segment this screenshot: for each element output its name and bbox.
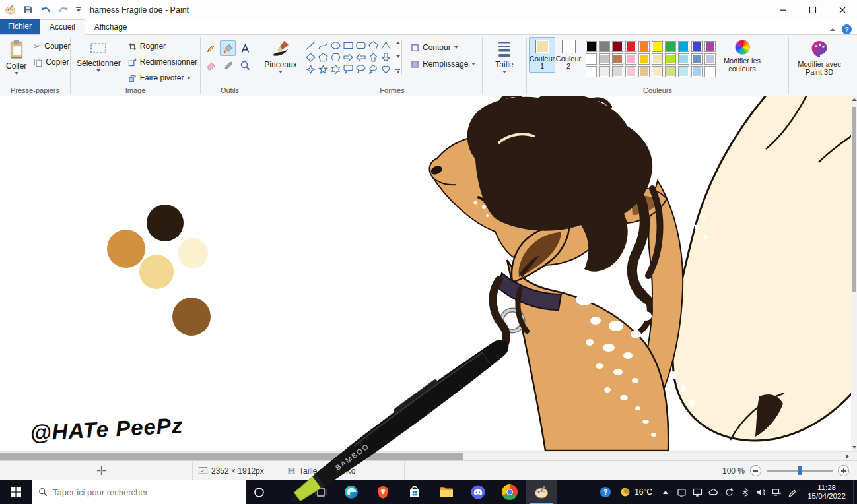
shape-star-six[interactable] [329, 63, 342, 75]
shape-diamond[interactable] [304, 51, 317, 63]
minimize-button[interactable] [768, 0, 798, 19]
pen-tray-icon[interactable] [784, 480, 800, 504]
tab-fichier[interactable]: Fichier [0, 19, 40, 34]
taskbar-app-edge[interactable] [335, 480, 367, 504]
paint3d-button[interactable]: Modifier avec Paint 3D [793, 37, 846, 76]
palette-color-2-8[interactable] [691, 66, 703, 77]
save-button[interactable] [21, 3, 34, 16]
color2-button[interactable]: Couleur 2 [555, 37, 582, 73]
volume-tray-icon[interactable] [753, 480, 769, 504]
scroll-up-icon[interactable] [852, 98, 856, 101]
palette-color-2-0[interactable] [586, 66, 597, 77]
vertical-scrollbar[interactable] [851, 96, 857, 451]
shape-pentagon[interactable] [317, 51, 329, 63]
taskbar-app-paint[interactable] [526, 480, 557, 504]
shapes-scroll-up-icon[interactable] [395, 42, 401, 44]
brushes-button[interactable]: Pinceaux [260, 37, 300, 76]
zoom-out-button[interactable] [750, 465, 761, 476]
taskbar-app-explorer[interactable] [430, 480, 462, 504]
zoom-slider[interactable] [767, 470, 833, 472]
fill-shape-button[interactable]: Remplissage [407, 57, 479, 71]
search-input[interactable] [53, 488, 218, 497]
shape-triangle[interactable] [380, 40, 392, 51]
start-button[interactable] [0, 480, 32, 504]
shape-callout-rounded[interactable] [342, 63, 355, 75]
taskbar-app-brave[interactable] [367, 480, 399, 504]
tab-accueil[interactable]: Accueil [40, 19, 85, 35]
shape-callout-cloud[interactable] [367, 63, 380, 75]
taskbar-app-discord[interactable] [462, 480, 494, 504]
customize-quick-access-button[interactable] [76, 7, 81, 12]
collapse-ribbon-icon[interactable] [830, 28, 835, 31]
sync-tray-icon[interactable] [721, 480, 737, 504]
palette-color-1-1[interactable] [599, 53, 610, 65]
palette-color-2-2[interactable] [612, 66, 623, 77]
palette-color-0-6[interactable] [665, 41, 676, 52]
palette-color-0-0[interactable] [586, 41, 597, 52]
palette-color-2-4[interactable] [638, 66, 650, 77]
taskbar-app-store[interactable] [399, 480, 430, 504]
palette-color-1-8[interactable] [691, 53, 703, 65]
size-button[interactable]: Taille [491, 37, 517, 76]
shapes-more-icon[interactable] [395, 69, 400, 73]
cloud-tray-icon[interactable] [705, 480, 721, 504]
display-tray-icon[interactable] [689, 480, 705, 504]
tab-affichage[interactable]: Affichage [85, 20, 137, 34]
maximize-button[interactable] [798, 0, 827, 19]
palette-color-1-7[interactable] [678, 53, 689, 65]
shape-rounded-rectangle[interactable] [355, 40, 367, 51]
palette-color-1-3[interactable] [625, 53, 636, 65]
shape-heart[interactable] [380, 63, 392, 75]
cut-button[interactable]: ✂ Couper [30, 40, 73, 53]
show-desktop-button[interactable] [853, 480, 857, 504]
shape-star-four[interactable] [304, 63, 317, 75]
tablet-tray-icon[interactable] [673, 480, 689, 504]
shape-arrow-right[interactable] [342, 51, 355, 63]
shape-arrow-up[interactable] [367, 51, 380, 63]
vertical-scroll-thumb[interactable] [852, 107, 856, 292]
paste-button[interactable]: Coller [2, 37, 30, 77]
palette-color-0-9[interactable] [704, 41, 716, 52]
palette-color-2-9[interactable] [704, 66, 716, 77]
shape-rectangle[interactable] [342, 40, 355, 51]
zoom-slider-thumb[interactable] [798, 466, 802, 475]
shape-line[interactable] [304, 40, 317, 51]
palette-color-0-3[interactable] [625, 41, 636, 52]
eyedropper-tool[interactable] [220, 57, 236, 73]
color1-button[interactable]: Couleur 1 [529, 37, 555, 73]
undo-button[interactable] [39, 3, 52, 16]
rotate-button[interactable]: Faire pivoter [125, 71, 201, 84]
crop-button[interactable]: Rogner [125, 40, 201, 53]
select-button[interactable]: Sélectionner [73, 37, 125, 75]
redo-button[interactable] [57, 3, 70, 16]
text-tool[interactable] [237, 40, 253, 56]
palette-color-1-2[interactable] [612, 53, 623, 65]
cortana-button[interactable] [246, 480, 272, 504]
taskbar-search[interactable] [32, 480, 246, 504]
bluetooth-tray-icon[interactable] [737, 480, 753, 504]
shape-callout-oval[interactable] [355, 63, 367, 75]
palette-color-2-6[interactable] [665, 66, 676, 77]
palette-color-1-0[interactable] [586, 53, 597, 65]
scroll-down-icon[interactable] [852, 446, 856, 449]
palette-color-2-5[interactable] [652, 66, 663, 77]
palette-color-2-3[interactable] [625, 66, 636, 77]
zoom-in-button[interactable] [838, 465, 849, 476]
help-icon[interactable]: ? [842, 24, 852, 34]
weather-widget[interactable]: 16°C [615, 487, 658, 497]
scroll-right-icon[interactable] [846, 454, 849, 459]
pencil-tool[interactable] [203, 40, 219, 56]
shape-arrow-left[interactable] [355, 51, 367, 63]
palette-color-2-7[interactable] [678, 66, 689, 77]
shape-hexagon[interactable] [329, 51, 342, 63]
shapes-scroll-down-icon[interactable] [396, 55, 400, 58]
palette-color-0-8[interactable] [691, 41, 703, 52]
palette-color-0-1[interactable] [599, 41, 610, 52]
taskbar-clock[interactable]: 11:28 15/04/2022 [800, 484, 853, 501]
palette-color-0-7[interactable] [678, 41, 689, 52]
horizontal-scroll-thumb[interactable] [0, 453, 463, 460]
close-button[interactable] [827, 0, 857, 19]
palette-color-0-2[interactable] [612, 41, 623, 52]
network-tray-icon[interactable] [769, 480, 784, 504]
copy-button[interactable]: Copier [30, 55, 73, 69]
